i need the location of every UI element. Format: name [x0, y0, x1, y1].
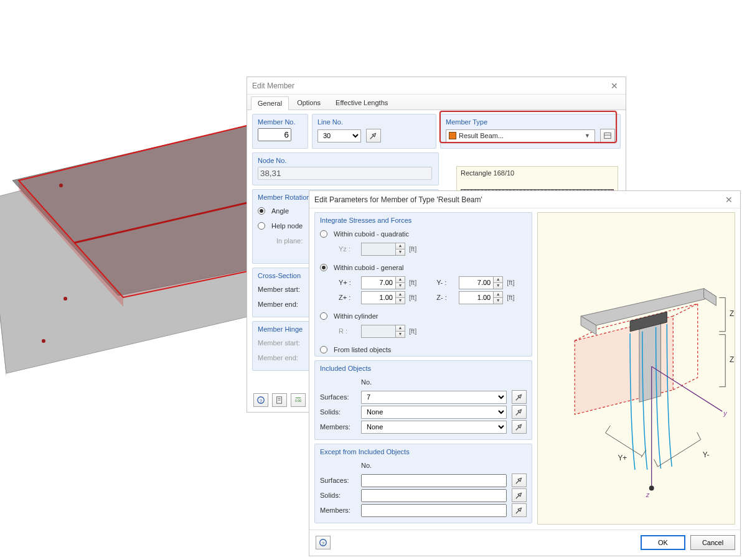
close-icon[interactable]: ✕: [608, 77, 621, 95]
note-button[interactable]: [272, 393, 287, 407]
zminus-input[interactable]: [459, 291, 494, 304]
svg-text:?: ?: [322, 541, 325, 546]
prev-zminus: Z-: [730, 355, 735, 364]
node-no-label: Node No.: [258, 157, 433, 164]
svg-point-26: [649, 486, 654, 491]
surfaces-label: Surfaces:: [320, 393, 357, 401]
yminus-label: Y- :: [436, 279, 455, 286]
cross-section-title: Rectangle 168/10: [461, 169, 514, 177]
tab-options[interactable]: Options: [290, 96, 327, 110]
no-header-2: No.: [361, 462, 372, 469]
integrate-label: Integrate Stresses and Forces: [320, 217, 527, 224]
solids-select[interactable]: None: [361, 406, 507, 419]
pick-ex-members-button[interactable]: [512, 503, 527, 517]
ok-button[interactable]: OK: [641, 535, 685, 550]
edit-member-titlebar[interactable]: Edit Member ✕: [247, 77, 626, 95]
svg-point-9: [42, 339, 45, 343]
svg-point-6: [59, 184, 63, 187]
yz-label: Yz :: [339, 245, 357, 253]
yplus-label: Y+ :: [339, 279, 357, 286]
ex-members-label: Members:: [320, 506, 357, 514]
svg-text:0.00: 0.00: [295, 399, 301, 403]
zplus-label: Z+ :: [339, 294, 357, 301]
edit-member-tabs: General Options Effective Lengths: [247, 95, 626, 110]
pick-ex-solids-button[interactable]: [512, 488, 527, 502]
yplus-input[interactable]: [361, 276, 396, 289]
edit-member-title: Edit Member: [252, 77, 294, 95]
pick-ex-surfaces-button[interactable]: [512, 474, 527, 487]
svg-marker-21: [704, 289, 716, 306]
cs-start-label: Member start:: [258, 286, 308, 293]
yz-input: [361, 243, 396, 256]
parameters-preview: Z+ Z- Y+ Y- y z: [537, 212, 735, 525]
hinge-end-label: Member end:: [258, 354, 308, 362]
ex-surfaces-input[interactable]: [361, 474, 507, 487]
line-no-label: Line No.: [317, 118, 431, 126]
prev-z-axis: z: [646, 491, 650, 498]
node-no-input: [258, 167, 432, 180]
member-no-input[interactable]: [258, 128, 291, 141]
pick-surfaces-button[interactable]: [512, 390, 527, 404]
line-no-select[interactable]: 30: [317, 129, 361, 142]
prev-y-axis: y: [723, 409, 727, 417]
r-label: R :: [339, 327, 357, 335]
cs-end-label: Member end:: [258, 301, 308, 308]
highlight-member-type: [439, 111, 617, 143]
prev-zplus: Z+: [730, 309, 735, 318]
pick-members-button[interactable]: [512, 420, 527, 434]
pick-line-button[interactable]: [366, 129, 381, 142]
pick-solids-button[interactable]: [512, 405, 527, 419]
svg-point-8: [63, 297, 67, 301]
members-label: Members:: [320, 423, 357, 431]
radio-from-listed[interactable]: From listed objects: [320, 342, 527, 357]
units-button[interactable]: 0.00: [291, 393, 306, 407]
tab-effective-lengths[interactable]: Effective Lengths: [329, 96, 395, 110]
help-button[interactable]: ?: [316, 536, 331, 549]
close-icon[interactable]: ✕: [723, 191, 735, 208]
edit-parameters-title: Edit Parameters for Member of Type 'Resu…: [314, 191, 482, 208]
ex-solids-label: Solids:: [320, 492, 357, 499]
prev-yplus: Y+: [618, 454, 627, 462]
except-objects-label: Except from Included Objects: [320, 448, 527, 455]
cancel-button[interactable]: Cancel: [690, 535, 735, 550]
yminus-input[interactable]: [459, 276, 494, 289]
surfaces-select[interactable]: 7: [361, 391, 507, 404]
help-button[interactable]: ?: [253, 393, 268, 407]
edit-parameters-dialog: Edit Parameters for Member of Type 'Resu…: [309, 190, 741, 556]
ex-surfaces-label: Surfaces:: [320, 477, 357, 484]
radio-cuboid-quadratic[interactable]: Within cuboid - quadratic: [320, 226, 527, 241]
tab-general[interactable]: General: [251, 96, 289, 110]
included-objects-label: Included Objects: [320, 365, 527, 372]
no-header: No.: [361, 378, 372, 386]
prev-yminus: Y-: [703, 450, 710, 459]
edit-parameters-titlebar[interactable]: Edit Parameters for Member of Type 'Resu…: [309, 191, 740, 208]
radio-cuboid-general[interactable]: Within cuboid - general: [320, 260, 527, 275]
r-input: [361, 325, 396, 338]
zplus-input[interactable]: [361, 291, 396, 304]
svg-text:?: ?: [260, 398, 263, 404]
hinge-start-label: Member start:: [258, 339, 308, 347]
ex-members-input[interactable]: [361, 504, 507, 517]
zminus-label: Z- :: [436, 294, 455, 301]
rotation-inplane-label: In plane:: [276, 237, 303, 245]
ex-solids-input[interactable]: [361, 489, 507, 502]
radio-cylinder[interactable]: Within cylinder: [320, 309, 527, 324]
solids-label: Solids:: [320, 408, 357, 416]
members-select[interactable]: None: [361, 421, 507, 434]
member-no-label: Member No.: [258, 118, 303, 126]
